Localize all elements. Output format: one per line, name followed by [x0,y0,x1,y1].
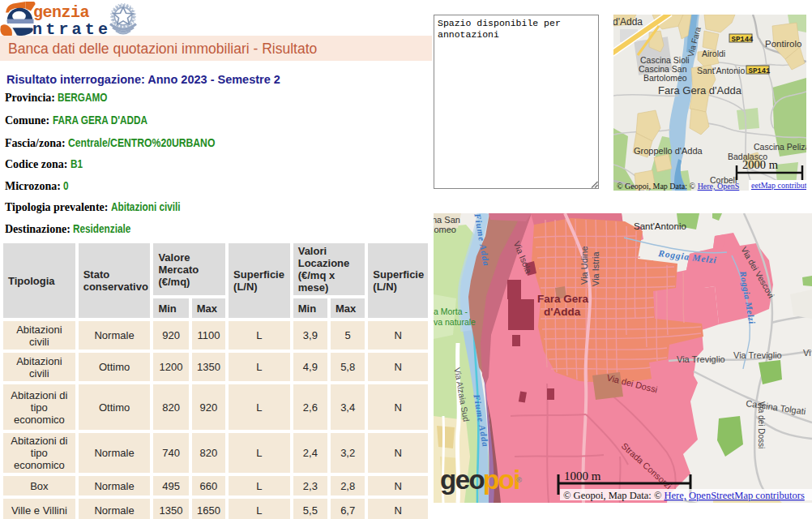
svg-text:ntrate: ntrate [32,20,111,37]
svg-text:Via dei Dossi: Via dei Dossi [757,401,766,448]
svg-text:Via Treviglio: Via Treviglio [677,354,725,364]
svg-text:®: ® [516,475,522,484]
svg-text:Sant'Antonio: Sant'Antonio [697,66,745,75]
svg-text:genzia: genzia [33,3,90,22]
svg-text:Sant'Antonio: Sant'Antonio [634,221,686,231]
svg-text:d'Adda: d'Adda [613,16,643,28]
svg-text:lomeo: lomeo [434,225,456,234]
svg-text:d'Adda: d'Adda [544,306,581,318]
svg-text:Groppello d'Adda: Groppello d'Adda [634,146,703,156]
svg-text:Via Udine: Via Udine [579,247,589,285]
svg-text:poi: poi [483,465,519,495]
svg-text:Fara Gera d'Adda: Fara Gera d'Adda [658,84,742,97]
svg-text:na San: na San [434,215,460,225]
svg-text:Via Treviglio: Via Treviglio [733,350,782,360]
svg-text:Pontirolo: Pontirolo [765,39,801,49]
svg-text:SP144: SP144 [732,36,754,44]
svg-text:Bartolomeo: Bartolomeo [643,73,687,83]
svg-text:© Geopoi, Map Data: © Here, Op: © Geopoi, Map Data: © Here, OpenS [617,182,739,191]
svg-text:Fara Gera: Fara Gera [537,293,589,305]
svg-text:Vi: Vi [803,348,811,358]
svg-text:2000 m: 2000 m [742,158,779,171]
svg-text:SP141: SP141 [749,67,771,75]
svg-text:a Morta -: a Morta - [434,307,468,316]
svg-text:Cascina Peliza: Cascina Peliza [754,142,806,152]
svg-text:eetMap contributor: eetMap contributor [751,181,806,190]
svg-text:va naturale: va naturale [434,317,476,327]
svg-text:Airoldi: Airoldi [702,49,725,58]
svg-text:© Geopoi, Map Data: © Here, Op: © Geopoi, Map Data: © Here, OpenStreetMa… [563,490,805,501]
svg-text:1000 m: 1000 m [564,470,601,483]
svg-text:Via Istria: Via Istria [591,251,600,286]
svg-text:geo: geo [440,465,485,495]
